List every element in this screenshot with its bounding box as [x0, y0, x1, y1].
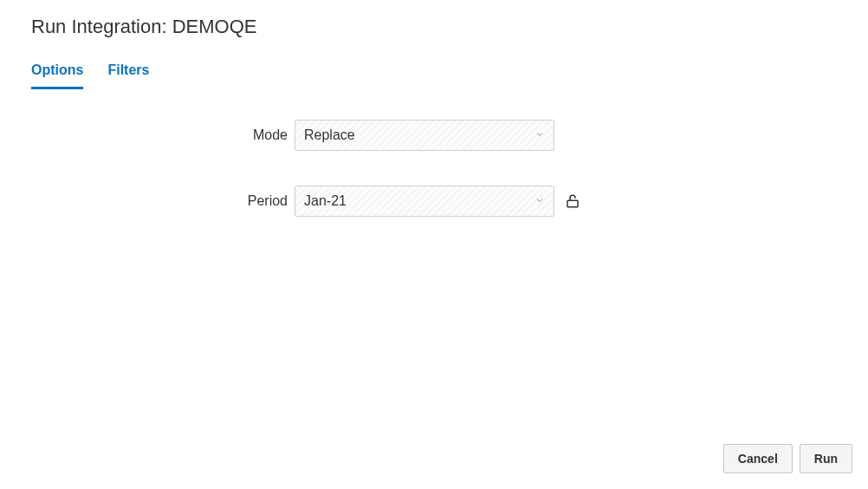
tabs-bar: Options Filters	[31, 62, 868, 90]
chevron-down-icon	[534, 193, 545, 209]
chevron-down-icon	[534, 127, 545, 143]
tab-options[interactable]: Options	[31, 62, 83, 89]
mode-select-wrap: Replace	[295, 120, 554, 151]
form-row-mode: Mode Replace	[0, 120, 868, 151]
svg-rect-0	[567, 200, 578, 207]
unlock-icon[interactable]	[565, 193, 580, 209]
mode-label: Mode	[0, 127, 295, 143]
form-area: Mode Replace Period Jan-21	[0, 120, 868, 217]
period-label: Period	[0, 193, 295, 209]
period-select-value: Jan-21	[304, 193, 347, 209]
mode-select-value: Replace	[304, 127, 355, 143]
period-select-wrap: Jan-21	[295, 186, 554, 217]
cancel-button[interactable]: Cancel	[723, 444, 793, 473]
footer-buttons: Cancel Run	[723, 444, 852, 473]
period-select[interactable]: Jan-21	[295, 186, 554, 217]
form-row-period: Period Jan-21	[0, 186, 868, 217]
page-title: Run Integration: DEMOQE	[0, 0, 868, 38]
run-button[interactable]: Run	[800, 444, 852, 473]
mode-select[interactable]: Replace	[295, 120, 554, 151]
tab-filters[interactable]: Filters	[107, 62, 149, 89]
